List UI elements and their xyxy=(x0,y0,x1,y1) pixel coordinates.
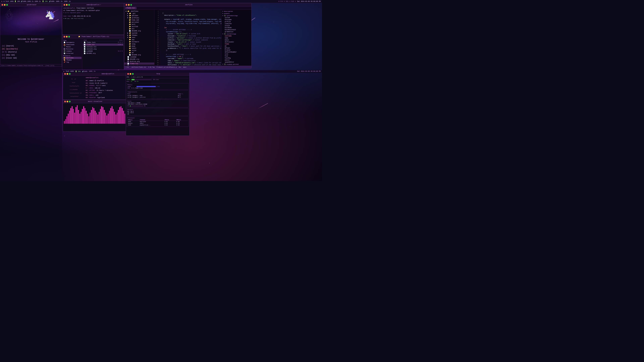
code-text-area[interactable]: 1234567891011121314151617181920212223242… xyxy=(154,9,221,65)
sidebar-item-dotfiles[interactable]: ⭐ dotfiles xyxy=(63,57,82,59)
tree-patches[interactable]: ▶ 📁 patches xyxy=(124,14,154,17)
fb-controls[interactable] xyxy=(64,36,70,37)
outline-bootmode[interactable]: bootMode xyxy=(221,27,252,29)
tree-wsl[interactable]: 📁 wsl xyxy=(124,28,154,30)
tree-flake-nix[interactable]: 📄 flake.nix xyxy=(124,62,154,65)
music-controls[interactable] xyxy=(64,101,70,102)
music-close[interactable] xyxy=(64,101,66,102)
outline-editor[interactable]: editor xyxy=(221,59,252,61)
window-controls[interactable] xyxy=(2,4,8,6)
code-tab-flake[interactable]: flake.nix xyxy=(125,7,136,9)
outline-locale[interactable]: locale xyxy=(221,25,252,27)
outline-username[interactable]: username xyxy=(221,35,252,37)
tree-personal[interactable]: 📁 personal xyxy=(124,21,154,23)
outline-wmtype[interactable]: wmType xyxy=(221,47,252,49)
music-min[interactable] xyxy=(66,101,68,102)
fb-close[interactable] xyxy=(64,36,65,37)
sidebar-item-external[interactable]: 💾 External xyxy=(63,52,82,54)
tree-shell[interactable]: 📁 shell xyxy=(124,47,154,49)
sidebar-item-documents[interactable]: 📄 Documents xyxy=(63,41,82,43)
term-max-btn[interactable] xyxy=(68,4,70,6)
tree-lang[interactable]: 📁 lang xyxy=(124,43,154,45)
tree-dotfiles[interactable]: ▼ 📁 .dotfiles xyxy=(124,10,154,12)
sidebar-item-themes[interactable]: 🎨 Themes xyxy=(63,59,82,61)
file-item-install-nix[interactable]: 📄 install.nix xyxy=(83,46,123,48)
outline-fontpkg[interactable]: fontPkg xyxy=(221,57,252,59)
tree-hardware[interactable]: 📁 hardware xyxy=(124,41,154,43)
tree-desktop-png[interactable]: 🖼 desktop.png xyxy=(124,60,154,62)
file-item-install-org[interactable]: 📄 install.org xyxy=(83,48,123,50)
nf-controls[interactable] xyxy=(64,73,70,75)
htop-max[interactable] xyxy=(132,73,134,75)
tree-readme-profiles[interactable]: 📄 README.org xyxy=(124,30,154,32)
tree-harden[interactable]: 📄 harden.sh xyxy=(124,65,154,65)
tree-pkgs[interactable]: 📁 pkgs xyxy=(124,45,154,47)
code-content-area[interactable]: { description = "Flake of LibrePhoenix";… xyxy=(160,9,221,65)
sidebar-item-videos[interactable]: 🎬 Videos xyxy=(63,50,82,52)
outline-theme[interactable]: theme xyxy=(221,43,252,45)
qute-menu-newtab[interactable]: [t] [New tab] xyxy=(2,54,60,57)
tree-homelab[interactable]: 📁 home.lab xyxy=(124,19,154,21)
tree-work[interactable]: 📁 work xyxy=(124,23,154,25)
outline-system[interactable]: system xyxy=(221,17,252,19)
tree-style[interactable]: 📁 style xyxy=(124,49,154,52)
outline-bootmount[interactable]: bootMountPath xyxy=(221,29,252,31)
htop-close[interactable] xyxy=(127,73,129,75)
sidebar-item-downloads[interactable]: 📥 Downloads xyxy=(63,43,82,46)
nf-max[interactable] xyxy=(69,73,70,75)
qute-menu-quickmarks[interactable]: [b] [Quickmarks] xyxy=(2,48,60,51)
outline-email[interactable]: email xyxy=(221,39,252,41)
outline-dotfilesdir[interactable]: dotfilesDir xyxy=(221,41,252,43)
file-item-license[interactable]: 📄 LICENSE34.2 K xyxy=(83,50,123,52)
fb-min[interactable] xyxy=(66,36,68,37)
tree-profiles[interactable]: ▼ 📁 profiles xyxy=(124,17,154,19)
outline-browser[interactable]: browser xyxy=(221,49,252,51)
outline-profile[interactable]: profile xyxy=(221,21,252,23)
fb-max[interactable] xyxy=(68,36,70,37)
music-bar-14 xyxy=(82,109,83,124)
tree-worklab[interactable]: 📁 worklab xyxy=(124,25,154,28)
code-max[interactable] xyxy=(130,4,132,6)
nf-close[interactable] xyxy=(64,73,66,75)
qute-menu-close[interactable]: [x] [Close tab] xyxy=(2,57,60,60)
htop-min[interactable] xyxy=(130,73,131,75)
sidebar-item-top[interactable]: 📌 Top xyxy=(63,61,82,63)
close-btn[interactable] xyxy=(2,4,3,6)
nf-min[interactable] xyxy=(66,73,68,75)
qute-menu-history[interactable]: [S h] [History] xyxy=(2,51,60,54)
term-min-btn[interactable] xyxy=(66,4,68,6)
code-min[interactable] xyxy=(128,4,130,6)
tree-readme-root[interactable]: 📄 README.org xyxy=(124,58,154,60)
outline-wm[interactable]: wm xyxy=(221,45,252,47)
minimize-btn[interactable] xyxy=(4,4,6,6)
tree-readme-user[interactable]: 📄 README.org xyxy=(124,54,154,56)
file-item-flake-lock[interactable]: 📄 flake.lock27.5 K xyxy=(83,41,123,43)
outline-name[interactable]: name xyxy=(221,37,252,39)
tree-user[interactable]: ▼ 📁 user xyxy=(124,36,154,38)
outline-grubdevice[interactable]: grubDevice xyxy=(221,31,252,33)
file-item-flake-nix[interactable]: 📄 flake.nix2.25 K xyxy=(83,43,123,46)
sidebar-item-music[interactable]: 🎵 Music xyxy=(63,46,82,48)
code-close[interactable] xyxy=(126,4,127,6)
outline-defaultroam[interactable]: defaultRoamDir xyxy=(221,51,252,53)
term-close-btn[interactable] xyxy=(64,4,65,6)
music-max[interactable] xyxy=(69,101,70,102)
file-item-readme[interactable]: 📄 README.org xyxy=(83,52,123,54)
qute-menu-search[interactable]: [o] [Search] xyxy=(2,44,60,48)
tree-system[interactable]: ▶ 📁 system xyxy=(124,32,154,34)
tree-license[interactable]: 📄 LICENSE xyxy=(124,56,154,58)
outline-hostname[interactable]: hostname xyxy=(221,19,252,21)
outline-font[interactable]: font xyxy=(221,55,252,57)
tree-themes-dir[interactable]: ▶ 📁 themes xyxy=(124,34,154,36)
sidebar-item-pictures[interactable]: 🖼 Pictures xyxy=(63,48,82,50)
tree-git[interactable]: ▶ 📁 .git xyxy=(124,12,154,14)
term-window-controls[interactable] xyxy=(64,4,70,6)
outline-term[interactable]: term xyxy=(221,53,252,55)
outline-spawnedit[interactable]: spawnEditor xyxy=(221,61,252,63)
tree-app[interactable]: 📁 app xyxy=(124,38,154,41)
outline-timezone[interactable]: timezone xyxy=(221,23,252,25)
tree-wm[interactable]: 📁 wm xyxy=(124,52,154,54)
code-controls[interactable] xyxy=(126,4,132,6)
maximize-btn[interactable] xyxy=(6,4,8,6)
htop-win-controls[interactable] xyxy=(127,73,134,75)
